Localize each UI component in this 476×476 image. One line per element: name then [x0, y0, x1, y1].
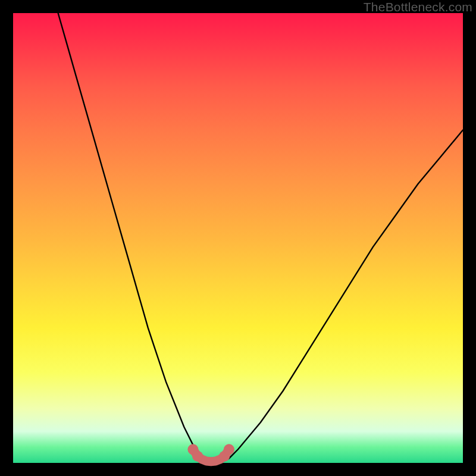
valley-marker-dot: [192, 451, 203, 462]
chart-frame: TheBottleneck.com: [0, 0, 476, 476]
watermark-text: TheBottleneck.com: [364, 0, 472, 14]
bottleneck-curve: [58, 13, 463, 463]
chart-svg: [13, 13, 463, 463]
chart-plot-area: [13, 13, 463, 463]
valley-marker-dot: [224, 444, 234, 455]
